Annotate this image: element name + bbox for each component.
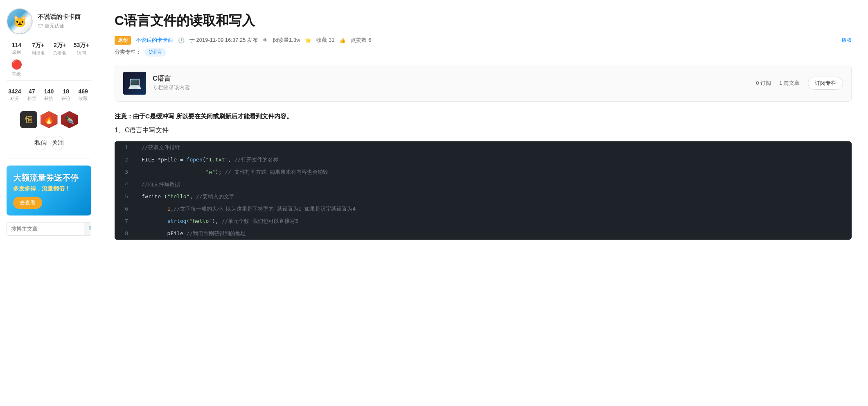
clock-icon: 🕐 xyxy=(178,37,185,43)
line-num-5: 5 xyxy=(115,191,135,203)
username: 不说话的卡卡西 xyxy=(38,13,81,21)
stat-likes: 140 获赞 xyxy=(41,88,57,102)
stat-weekly-rank-label: 周排名 xyxy=(32,50,45,56)
category-tag[interactable]: C语言 xyxy=(144,48,166,57)
stat-weekly-rank-value: 7万+ xyxy=(32,42,44,49)
star-icon: ⭐ xyxy=(305,37,311,43)
stat-original-label: 原创 xyxy=(12,49,21,55)
stats-grid-2: 3424 积分 47 粉丝 140 获赞 18 评论 469 收藏 xyxy=(7,85,91,105)
stat-points-label: 积分 xyxy=(10,95,19,102)
section1-title: 1、C语言中写文件 xyxy=(115,126,852,135)
column-desc: 专栏收录该内容 xyxy=(153,84,190,91)
stat-points-value: 3424 xyxy=(8,88,21,95)
avatar-image: 🐱 xyxy=(7,9,32,34)
cert-status: 暂无认证 xyxy=(45,23,64,29)
ad-banner: 大额流量券送不停 多发多得，流量翻倍！ 去查看 xyxy=(7,166,91,215)
search-bar: 🔍 xyxy=(7,222,91,236)
stat-points: 3424 积分 xyxy=(7,88,23,102)
badge-heng: 恒 xyxy=(20,111,37,128)
code-line-4: 4 //向文件写数据 xyxy=(115,178,852,191)
column-stats: 0 订阅 1 篇文章 订阅专栏 xyxy=(756,77,843,90)
follow-button[interactable]: 关注 xyxy=(52,136,64,150)
shield-icon: 🛡 xyxy=(38,23,43,29)
article-count: 1 篇文章 xyxy=(779,79,800,87)
subscribe-count: 0 订阅 xyxy=(756,79,771,87)
line-num-1: 1 xyxy=(115,141,135,154)
category-label: 分类专栏： xyxy=(115,48,141,56)
publish-time: 于 2019-11-09 16:37:25 发布 xyxy=(189,36,258,44)
ad-subtitle-highlight: 流量翻倍！ xyxy=(42,185,70,192)
stat-fans: 47 粉丝 xyxy=(24,88,40,102)
stat-visit: 53万+ 访问 xyxy=(71,42,91,56)
stat-comments-value: 18 xyxy=(63,88,70,95)
stat-level-label: 等级 xyxy=(12,71,21,77)
stat-total-rank: 2万+ 总排名 xyxy=(50,42,70,56)
code-line-5: 5 fwrite ("hello", //要输入的文字 xyxy=(115,191,852,203)
private-msg-button[interactable]: 私信 xyxy=(34,136,47,150)
avatar: 🐱 xyxy=(7,8,33,34)
column-name: C语言 xyxy=(153,75,190,83)
profile-info: 不说话的卡卡西 🛡 暂无认证 xyxy=(38,13,81,29)
author-name[interactable]: 不说话的卡卡西 xyxy=(136,36,173,44)
meta-row: 原创 不说话的卡卡西 🕐 于 2019-11-09 16:37:25 发布 👁 … xyxy=(115,36,852,45)
thumb-icon: 👍 xyxy=(339,37,346,43)
stat-visit-label: 访问 xyxy=(77,50,86,56)
stat-weekly-rank: 7万+ 周排名 xyxy=(28,42,48,56)
line-code-5: fwrite ("hello", //要输入的文字 xyxy=(135,191,852,203)
code-line-7: 7 strlog("hello"), //单元个数 我们也可以直接写5 xyxy=(115,215,852,227)
line-num-4: 4 xyxy=(115,178,135,191)
search-input[interactable] xyxy=(7,222,84,235)
eye-icon: 👁 xyxy=(263,37,268,43)
ad-title: 大额流量券送不停 xyxy=(13,172,85,184)
stat-comments-label: 评论 xyxy=(61,95,70,102)
line-num-7: 7 xyxy=(115,215,135,227)
line-code-6: 1,//文字每一项的大小 以为这里是字符型的 就设置为1 如果是汉字就设置为4 xyxy=(135,203,852,215)
line-num-3: 3 xyxy=(115,166,135,178)
stat-collects: 469 收藏 xyxy=(75,88,91,102)
subscribe-button[interactable]: 订阅专栏 xyxy=(808,77,843,90)
copyright-link[interactable]: 版权 xyxy=(842,37,852,44)
column-thumbnail: 💻 xyxy=(123,72,146,95)
level-icon: 🔴 xyxy=(11,59,22,70)
cert-row: 🛡 暂无认证 xyxy=(38,23,81,29)
stat-original: 114 原创 xyxy=(7,42,27,56)
line-code-2: FILE *pFile = fopen("1.txt", //打开文件的名称 xyxy=(135,154,852,166)
code-line-3: 3 "w"); // 文件打开方式 如果原来有内容也会销毁 xyxy=(115,166,852,178)
code-line-6: 6 1,//文字每一项的大小 以为这里是字符型的 就设置为1 如果是汉字就设置为… xyxy=(115,203,852,215)
stat-original-value: 114 xyxy=(12,42,21,48)
tag-original: 原创 xyxy=(115,36,131,45)
read-count: 阅读量1.3w xyxy=(273,36,300,44)
search-button[interactable]: 🔍 xyxy=(84,222,91,235)
stats-grid-1: 114 原创 7万+ 周排名 2万+ 总排名 53万+ 访问 🔴 等级 xyxy=(7,39,91,81)
line-num-6: 6 xyxy=(115,203,135,215)
badge-hex-crimson: ✒️ xyxy=(61,111,78,128)
stat-collects-value: 469 xyxy=(78,88,88,95)
stat-fans-label: 粉丝 xyxy=(27,95,36,102)
code-block: 1 //获取文件指针 2 FILE *pFile = fopen("1.txt"… xyxy=(115,141,852,240)
code-line-2: 2 FILE *pFile = fopen("1.txt", //打开文件的名称 xyxy=(115,154,852,166)
profile-section: 🐱 不说话的卡卡西 🛡 暂无认证 114 原创 7万+ 周排名 2万+ xyxy=(7,8,91,159)
ad-subtitle: 多发多得，流量翻倍！ xyxy=(13,185,85,193)
ad-goto-button[interactable]: 去查看 xyxy=(13,197,42,209)
collect-count: 收藏 31 xyxy=(316,36,334,44)
code-table: 1 //获取文件指针 2 FILE *pFile = fopen("1.txt"… xyxy=(115,141,852,240)
code-body: 1 //获取文件指针 2 FILE *pFile = fopen("1.txt"… xyxy=(115,141,852,240)
stat-total-rank-value: 2万+ xyxy=(54,42,66,49)
stat-collects-label: 收藏 xyxy=(79,95,88,102)
main-content: C语言文件的读取和写入 原创 不说话的卡卡西 🕐 于 2019-11-09 16… xyxy=(98,0,868,406)
actions-row: 私信 关注 xyxy=(34,134,64,152)
stat-comments: 18 评论 xyxy=(58,88,74,102)
category-row: 分类专栏： C语言 xyxy=(115,48,852,57)
code-line-8: 8 pFile //我们刚刚获得到的地址 xyxy=(115,227,852,240)
line-code-4: //向文件写数据 xyxy=(135,178,852,191)
column-info: C语言 专栏收录该内容 xyxy=(153,75,190,91)
line-code-3: "w"); // 文件打开方式 如果原来有内容也会销毁 xyxy=(135,166,852,178)
line-num-2: 2 xyxy=(115,154,135,166)
stat-level: 🔴 等级 xyxy=(7,59,27,77)
avatar-row: 🐱 不说话的卡卡西 🛡 暂无认证 xyxy=(7,8,91,34)
line-code-7: strlog("hello"), //单元个数 我们也可以直接写5 xyxy=(135,215,852,227)
ad-subtitle-prefix: 多发多得， xyxy=(13,185,42,192)
like-count: 点赞数 6 xyxy=(351,36,371,44)
stat-likes-value: 140 xyxy=(44,88,54,95)
code-line-1: 1 //获取文件指针 xyxy=(115,141,852,154)
